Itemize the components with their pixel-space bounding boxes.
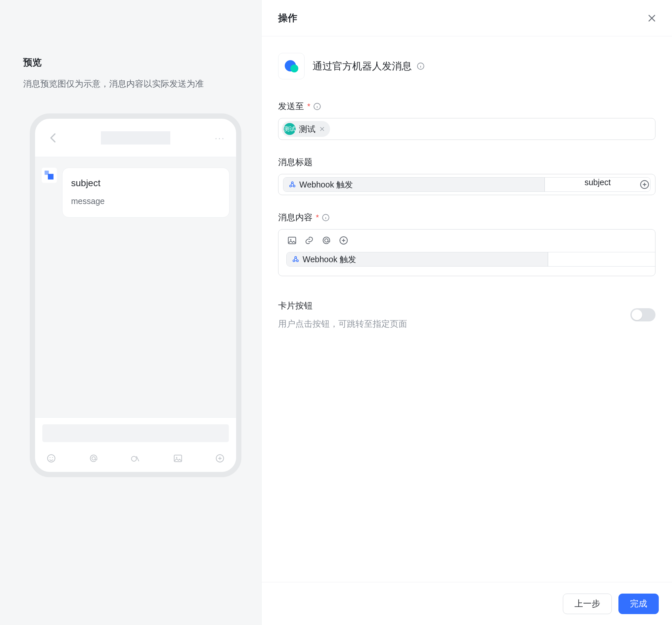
mention-icon (89, 453, 99, 463)
send-to-input[interactable]: 测试 测试 (278, 118, 655, 140)
prev-button[interactable]: 上一步 (563, 594, 612, 614)
remove-tag-button[interactable] (319, 126, 326, 132)
variable-key: message (548, 252, 655, 266)
svg-point-4 (52, 457, 53, 458)
message-bubble: subject message (62, 168, 230, 218)
svg-point-11 (290, 65, 298, 72)
recipient-tag: 测试 测试 (282, 121, 330, 137)
plus-icon (215, 453, 225, 463)
toolbar-link-button[interactable] (304, 235, 315, 246)
info-icon[interactable] (321, 213, 330, 222)
preview-title: 预览 (23, 56, 243, 69)
svg-point-25 (297, 260, 298, 262)
svg-point-3 (50, 457, 51, 458)
message-content-label: 消息内容 (278, 212, 313, 223)
chat-input-placeholder (42, 424, 229, 442)
close-button[interactable] (646, 13, 657, 24)
svg-point-16 (293, 185, 295, 187)
recipient-avatar: 测试 (284, 123, 296, 135)
preview-subtitle: 消息预览图仅为示意，消息内容以实际发送为准 (23, 78, 243, 90)
variable-pill[interactable]: Webhook 触发 message (286, 252, 655, 267)
info-icon[interactable] (416, 62, 425, 70)
bubble-title: subject (71, 178, 221, 189)
message-title-input[interactable]: Webhook 触发 subject (278, 174, 655, 195)
bot-avatar (42, 168, 57, 183)
voice-icon (130, 453, 141, 463)
action-title: 通过官方机器人发消息 (313, 59, 412, 73)
chat-title-placeholder (101, 131, 170, 145)
variable-key: subject (545, 177, 650, 191)
message-content-input[interactable]: Webhook 触发 message (278, 229, 655, 276)
svg-point-8 (176, 457, 177, 458)
bubble-body: message (71, 196, 221, 206)
svg-rect-7 (174, 455, 182, 462)
emoji-icon (46, 453, 56, 463)
required-marker: * (307, 102, 310, 111)
variable-pill[interactable]: Webhook 触发 subject (283, 177, 650, 192)
panel-title: 操作 (278, 11, 297, 25)
webhook-icon (292, 256, 299, 263)
image-icon (173, 453, 183, 463)
svg-point-5 (92, 457, 95, 460)
back-icon (46, 131, 59, 145)
required-marker: * (316, 213, 319, 222)
recipient-name: 测试 (299, 124, 315, 135)
send-to-label: 发送至 (278, 100, 304, 112)
svg-point-15 (290, 185, 292, 187)
svg-point-20 (290, 239, 291, 240)
config-panel: 操作 通过官方机器人发消息 (261, 0, 672, 625)
svg-rect-19 (288, 237, 296, 244)
card-button-label: 卡片按钮 (278, 300, 407, 312)
svg-point-6 (131, 456, 137, 461)
svg-rect-1 (48, 174, 53, 179)
preview-pane: 预览 消息预览图仅为示意，消息内容以实际发送为准 ··· (0, 0, 261, 625)
info-icon[interactable] (313, 102, 321, 111)
more-icon: ··· (212, 132, 225, 144)
toolbar-mention-button[interactable] (321, 235, 332, 246)
variable-source: Webhook 触发 (299, 179, 353, 190)
svg-point-24 (293, 260, 295, 262)
svg-point-2 (48, 455, 55, 462)
phone-mockup: ··· subject message (30, 114, 241, 477)
svg-point-21 (325, 239, 328, 242)
card-button-toggle[interactable] (630, 308, 655, 321)
add-variable-button[interactable] (639, 179, 650, 190)
action-app-icon (278, 53, 305, 79)
message-title-label: 消息标题 (278, 157, 313, 168)
variable-source: Webhook 触发 (303, 254, 356, 265)
webhook-icon (289, 181, 296, 188)
toolbar-image-button[interactable] (286, 235, 298, 246)
card-button-desc: 用户点击按钮，可跳转至指定页面 (278, 318, 407, 330)
done-button[interactable]: 完成 (619, 594, 659, 614)
toolbar-insert-button[interactable] (338, 235, 349, 246)
